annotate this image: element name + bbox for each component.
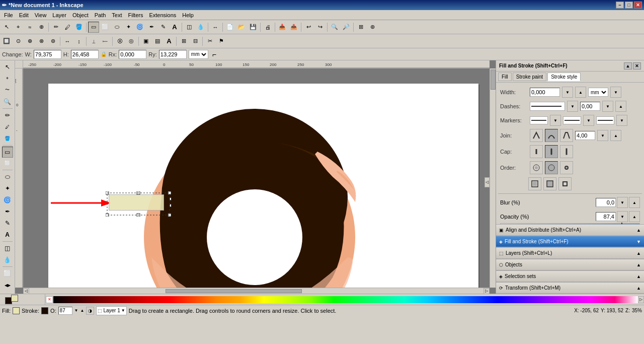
markers-end-expand[interactable]: ▼ [616,115,627,126]
menu-path[interactable]: Path [92,11,109,19]
tab-fill[interactable]: Fill [498,73,512,81]
snap-2[interactable]: ⊙ [13,36,24,47]
join-down[interactable]: ▼ [597,130,608,141]
markers-start[interactable] [530,116,548,124]
snap-3[interactable]: ⊕ [24,36,35,47]
menu-extensions[interactable]: Extensions [146,11,179,19]
lt-calligraphy[interactable]: 🖊 [2,121,13,132]
layer-selector[interactable]: ⬚ Layer 1 ▼ [96,306,126,315]
snap-toggle[interactable]: ⊛ [367,22,378,33]
lt-pencil[interactable]: ✏ [2,110,13,121]
accordion-fillstroke-header[interactable]: ◈ Fill and Stroke (Shift+Ctrl+F) ▼ [496,236,644,247]
join-up[interactable]: ▲ [610,130,621,141]
menu-layer[interactable]: Layer [49,11,69,19]
opacity-spinner-up[interactable]: ▲ [80,308,85,313]
tool-pencil2[interactable]: ✒ [146,22,157,33]
snap-1[interactable]: 🔲 [1,36,12,47]
tool-text[interactable]: A [169,22,180,33]
view-grid[interactable]: ⊞ [355,22,366,33]
panel-controls[interactable]: ▲ ✕ [624,62,641,70]
lt-pen[interactable]: ✒ [2,206,13,217]
snap-8[interactable]: ⟂ [88,36,99,47]
opacity-input[interactable] [596,212,616,221]
rx-input[interactable] [119,50,146,59]
lt-tweak[interactable]: 〜 [2,85,13,96]
tool-select[interactable]: ↖ [1,22,12,33]
width-up[interactable]: ▲ [575,87,586,98]
opacity-up[interactable]: ▲ [629,211,640,222]
fill-swatch[interactable] [11,295,18,302]
lock-icon[interactable]: 🔒 [101,51,107,57]
markers-start-expand[interactable]: ▼ [550,115,561,126]
tool-paint[interactable]: 🪣 [73,22,85,33]
lt-3d[interactable]: ⬜ [2,158,13,169]
tool-node[interactable]: ⌖ [13,22,24,33]
lt-text[interactable]: A [2,229,13,240]
menu-object[interactable]: Object [69,11,92,19]
snap-18[interactable]: ⚑ [216,36,227,47]
cap-square[interactable] [560,145,573,158]
tool-dropper[interactable]: 💧 [195,22,206,33]
undo[interactable]: ↩ [303,22,314,33]
panel-float[interactable]: ▲ [624,62,632,70]
scrollbar-h-track[interactable] [29,289,484,294]
lt-rect[interactable]: ▭ [2,147,13,158]
snap-10[interactable]: ⦿ [114,36,125,47]
maximize-button[interactable]: □ [625,2,633,9]
scrollbar-v-thumb[interactable] [491,70,496,90]
snap-14[interactable]: A [164,36,175,47]
color-swatches[interactable]: ✕ [45,294,638,305]
lt-pencil2[interactable]: ✎ [2,218,13,229]
ry-input[interactable] [159,50,187,59]
snap-16[interactable]: ⊟ [190,36,201,47]
export[interactable]: 📤 [288,22,299,33]
lt-expand[interactable]: ◀▶ [2,280,13,291]
tool-gradient[interactable]: ◫ [184,22,195,33]
cap-round[interactable] [545,145,558,158]
new-doc[interactable]: 📄 [224,22,235,33]
blur-input[interactable] [596,198,616,207]
h-input[interactable] [71,50,99,59]
color-scroll-right[interactable]: ▷ [638,296,644,303]
lt-zoom[interactable]: 🔍 [2,96,13,107]
scrollbar-horizontal[interactable]: ◁ ▷ [23,288,490,294]
window-controls[interactable]: − □ ✕ [616,2,642,9]
import[interactable]: 📥 [277,22,288,33]
lt-dropper[interactable]: 💧 [2,254,13,265]
tool-3drect[interactable]: ⬜ [100,22,111,33]
status-fill-swatch[interactable] [13,307,20,314]
order-4[interactable] [528,177,541,190]
menu-help[interactable]: Help [179,11,197,19]
open-doc[interactable]: 📂 [236,22,247,33]
zoom-out[interactable]: 🔎 [341,22,352,33]
tool-tweak[interactable]: ≈ [24,22,35,33]
lt-paint[interactable]: 🪣 [2,133,13,144]
tool-rect[interactable]: ▭ [88,22,99,33]
dashes-down[interactable]: ▼ [602,101,613,112]
unit-select[interactable]: mmpxptcm [189,50,208,59]
tool-star[interactable]: ✦ [123,22,134,33]
master-opacity-icon[interactable]: ◑ [86,307,94,315]
order-1[interactable] [530,161,543,174]
menu-filters[interactable]: Filters [125,11,146,19]
save-doc[interactable]: 💾 [248,22,259,33]
scrollbar-vertical[interactable] [490,68,496,288]
cap-butt[interactable] [530,145,543,158]
snap-13[interactable]: ▤ [152,36,163,47]
lt-star[interactable]: ✦ [2,183,13,194]
tool-spiral[interactable]: 🌀 [134,22,145,33]
accordion-layers-header[interactable]: ⬚ Layers (Shift+Ctrl+L) ▲ [496,248,644,259]
accordion-objects-header[interactable]: ⬡ Objects ▲ [496,259,644,270]
snap-17[interactable]: ✂ [204,36,215,47]
dashes-expand[interactable]: ▼ [567,101,578,112]
none-swatch[interactable]: ✕ [46,296,53,303]
opacity-thumb[interactable] [621,223,622,224]
panel-close[interactable]: ✕ [633,62,641,70]
width-unit[interactable]: mmpx [588,88,608,97]
canvas-toggle-left[interactable]: ◁ [485,177,490,187]
dashes-up[interactable]: ▲ [615,101,626,112]
snap-6[interactable]: ↔ [62,36,73,47]
tool-zoom[interactable]: ⊕ [36,22,47,33]
lt-node[interactable]: ⌖ [2,73,13,84]
color-gradient-bar[interactable] [53,296,638,303]
